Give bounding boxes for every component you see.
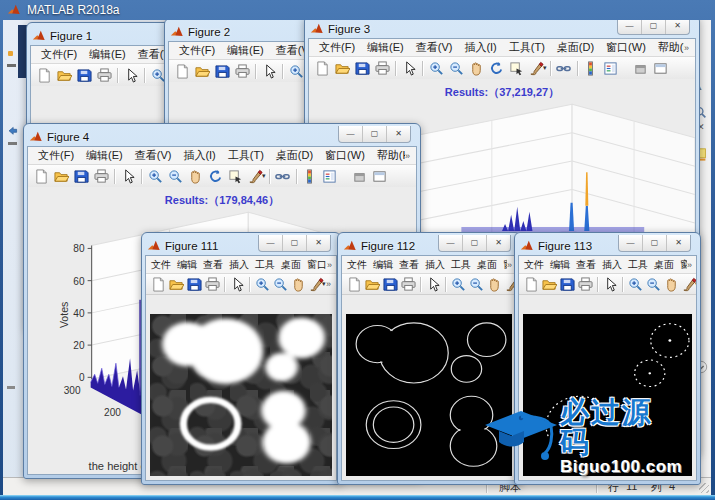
menu-item[interactable]: 帮助(H) (371, 147, 405, 164)
zoom-out-icon[interactable] (271, 275, 289, 293)
new-icon[interactable] (345, 275, 363, 293)
menu-item[interactable]: 帮助(H) (652, 39, 684, 56)
menu-item[interactable]: 编辑(E) (361, 39, 410, 56)
pan-icon[interactable] (289, 275, 307, 293)
zoom-in-icon[interactable] (253, 275, 271, 293)
main-titlebar[interactable]: MATLAB R2018a (0, 0, 715, 20)
menu-item[interactable]: 桌面(D) (551, 39, 600, 56)
minimize-button[interactable]: — (618, 20, 642, 34)
restore-button[interactable]: ▢ (363, 126, 387, 142)
menu-overflow-icon[interactable]: » (687, 260, 694, 270)
menu-item[interactable]: 插入 (226, 257, 252, 273)
open-icon[interactable] (54, 66, 74, 84)
menu-item[interactable]: 查看 (573, 257, 599, 273)
figure113-titlebar[interactable]: Figure 113 — ▢ ✕ (518, 236, 697, 255)
minimize-button[interactable]: — (619, 235, 643, 251)
new-icon[interactable] (31, 167, 51, 185)
datacursor-icon[interactable] (506, 59, 526, 77)
menu-item[interactable]: 编辑 (370, 257, 396, 273)
new-icon[interactable] (172, 62, 192, 80)
resize-grip[interactable] (699, 483, 709, 493)
menu-item[interactable]: 工具 (252, 257, 278, 273)
zoom-in-icon[interactable] (145, 167, 165, 185)
minimize-button[interactable]: — (439, 235, 463, 251)
menu-item[interactable]: 文件 (344, 257, 370, 273)
menu-item[interactable]: 编辑(E) (80, 147, 129, 164)
dropdown-caret-icon[interactable]: ▾ (695, 280, 696, 288)
menu-item[interactable]: 工具 (448, 257, 474, 273)
zoom-in-icon[interactable] (426, 59, 446, 77)
close-button[interactable]: ✕ (667, 235, 690, 251)
save-icon[interactable] (212, 62, 232, 80)
save-icon[interactable] (381, 275, 399, 293)
zoom-out-icon[interactable] (644, 275, 662, 293)
save-icon[interactable] (558, 275, 576, 293)
new-icon[interactable] (522, 275, 540, 293)
menu-item[interactable]: 查看 (396, 257, 422, 273)
open-icon[interactable] (540, 275, 558, 293)
menu-item[interactable]: 插入(I) (458, 39, 502, 56)
cursor-icon[interactable] (228, 275, 246, 293)
print-icon[interactable] (94, 66, 114, 84)
menu-item[interactable]: 桌面 (278, 257, 304, 273)
zoom-out-icon[interactable] (446, 59, 466, 77)
open-icon[interactable] (167, 275, 185, 293)
restore-button[interactable]: ▢ (463, 235, 487, 251)
menu-item[interactable]: 工具 (625, 257, 651, 273)
menu-item[interactable]: 文件(F) (32, 147, 80, 164)
save-icon[interactable] (71, 167, 91, 185)
figure4-titlebar[interactable]: Figure 4 — ▢ ✕ (27, 127, 417, 146)
close-button[interactable]: ✕ (307, 235, 330, 251)
legend-icon[interactable] (601, 59, 621, 77)
rotate-icon[interactable] (205, 167, 225, 185)
menu-item[interactable]: 插入(I) (177, 147, 221, 164)
menu-item[interactable]: 工具(T) (222, 147, 270, 164)
menu-item[interactable]: 查看 (200, 257, 226, 273)
dockmin-icon[interactable] (350, 167, 370, 185)
menu-item[interactable]: 编辑 (174, 257, 200, 273)
figure111-titlebar[interactable]: Figure 111 — ▢ ✕ (145, 236, 337, 255)
save-icon[interactable] (74, 66, 94, 84)
minimize-button[interactable]: — (259, 235, 283, 251)
new-icon[interactable] (312, 59, 332, 77)
save-icon[interactable] (185, 275, 203, 293)
figure3-titlebar[interactable]: Figure 3 — ▢ ✕ (308, 20, 696, 38)
back-arrow-icon[interactable] (6, 126, 19, 137)
new-icon[interactable] (34, 66, 54, 84)
zoom-in-icon[interactable] (626, 275, 644, 293)
link-icon[interactable] (273, 167, 293, 185)
dropdown-caret-icon[interactable]: ▾ (262, 172, 266, 180)
restore-button[interactable]: ▢ (642, 20, 666, 34)
close-button[interactable]: ✕ (666, 20, 689, 34)
menu-overflow-icon[interactable]: » (327, 260, 334, 270)
zoom-in-icon[interactable] (449, 275, 467, 293)
menu-item[interactable]: 桌面(D) (270, 147, 319, 164)
open-icon[interactable] (192, 62, 212, 80)
dockmin-icon[interactable] (631, 59, 651, 77)
menu-item[interactable]: 窗口 (304, 257, 327, 273)
save-icon[interactable] (352, 59, 372, 77)
menu-item[interactable]: 查看(V) (410, 39, 459, 56)
dock-icon[interactable] (370, 167, 390, 185)
new-icon[interactable] (149, 275, 167, 293)
colorbar-icon[interactable] (300, 167, 320, 185)
open-icon[interactable] (363, 275, 381, 293)
zoom-out-icon[interactable] (467, 275, 485, 293)
menu-item[interactable]: 工具(T) (503, 39, 551, 56)
dropdown-caret-icon[interactable]: ▾ (322, 280, 326, 288)
print-icon[interactable] (203, 275, 221, 293)
print-icon[interactable] (232, 62, 252, 80)
minimize-button[interactable]: — (339, 126, 363, 142)
cursor-icon[interactable] (424, 275, 442, 293)
menu-item[interactable]: 查看(V) (129, 147, 178, 164)
datacursor-icon[interactable] (225, 167, 245, 185)
open-icon[interactable] (332, 59, 352, 77)
figure112-titlebar[interactable]: Figure 112 — ▢ ✕ (341, 236, 517, 255)
menu-item[interactable]: 文件 (148, 257, 174, 273)
menu-item[interactable]: 窗口 (500, 257, 507, 273)
cursor-icon[interactable] (118, 167, 138, 185)
pan-icon[interactable] (662, 275, 680, 293)
pan-icon[interactable] (185, 167, 205, 185)
cursor-icon[interactable] (399, 59, 419, 77)
dropdown-caret-icon[interactable]: ▾ (543, 64, 547, 72)
